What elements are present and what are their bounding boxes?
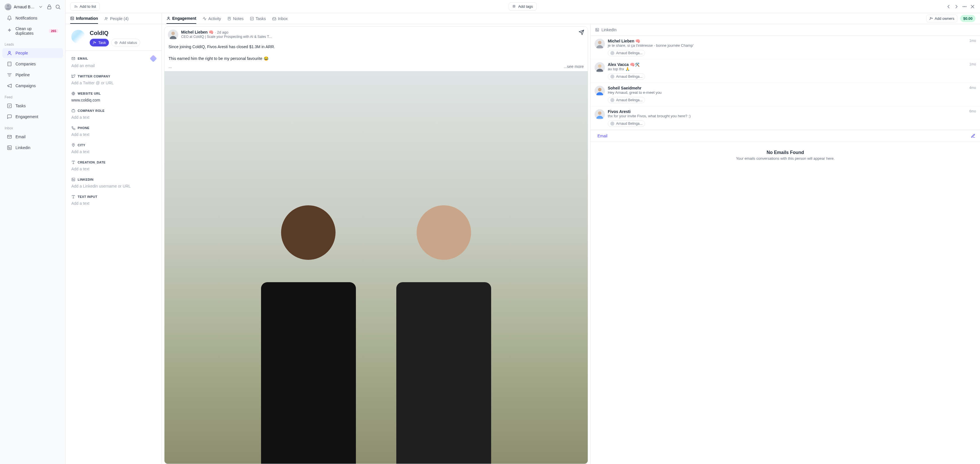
add-status-button[interactable]: Add status	[111, 39, 140, 46]
contact-name: Soheil Saeidmehr	[608, 86, 967, 90]
people-label: People	[16, 51, 28, 55]
phone-input[interactable]: Add a text	[72, 132, 156, 137]
bell-icon	[7, 16, 12, 21]
linkedin-post: Michel Lieben 🧠 · 2d ago CEO at ColdIQ |…	[164, 26, 588, 464]
svg-point-63	[596, 29, 597, 29]
field-email: EMAIL Add an email	[72, 56, 156, 68]
linkedin-section-header[interactable]: LinkedIn	[590, 24, 980, 36]
twitter-input[interactable]: Add a Twitter @ or URL	[72, 81, 156, 85]
info-card-icon	[70, 16, 74, 20]
linkedin-input[interactable]: Add a Linkedin username or URL	[72, 184, 156, 188]
email-label: Email	[16, 134, 25, 139]
add-tags-button[interactable]: Add tags	[509, 2, 536, 11]
field-role-label: COMPANY ROLE	[78, 109, 105, 112]
enrich-icon[interactable]	[150, 55, 157, 62]
role-input[interactable]: Add a text	[72, 115, 156, 120]
recipient-tag: Arnaud Belinga...	[608, 50, 645, 56]
people-icon	[104, 17, 108, 21]
svg-point-67	[598, 88, 601, 91]
search-icon[interactable]	[55, 4, 61, 10]
field-role: COMPANY ROLE Add a text	[72, 109, 156, 120]
svg-point-65	[598, 41, 601, 45]
email-input[interactable]: Add an email	[72, 64, 156, 68]
chevron-down-icon[interactable]	[38, 4, 43, 10]
website-value[interactable]: www.coldiq.com	[72, 98, 156, 102]
linkedin-item[interactable]: Michel Lieben 🧠 je te share, si ça t'int…	[590, 36, 980, 59]
compose-icon[interactable]	[971, 134, 975, 138]
sidebar-item-linkedin[interactable]: Linkedin	[2, 143, 63, 153]
tab-tasks[interactable]: Tasks	[250, 13, 266, 24]
sidebar-item-engagement[interactable]: Engagement	[2, 112, 63, 121]
sidebar-item-cleanup[interactable]: Clean up duplicates 265	[2, 24, 63, 38]
tab-people[interactable]: People (4)	[104, 13, 129, 24]
see-more-button[interactable]: ...see more	[564, 64, 584, 69]
field-phone: PHONE Add a text	[72, 126, 156, 137]
field-city: CITY Add a text	[72, 143, 156, 154]
sidebar-item-pipeline[interactable]: Pipeline	[2, 70, 63, 80]
empty-subtitle: Your emails conversations with this pers…	[596, 156, 974, 161]
tab-tasks-label: Tasks	[256, 16, 266, 21]
center-tabs: Engagement Activity Notes Tasks Inbox Ad…	[162, 13, 980, 24]
person-icon	[167, 16, 170, 20]
task-button[interactable]: Task	[90, 39, 109, 46]
message-time: 4mo	[969, 86, 976, 103]
svg-point-31	[105, 17, 107, 18]
field-textinput-label: TEXT INPUT	[78, 195, 97, 198]
contact-name: Fivos Aresti	[608, 109, 967, 114]
linkedin-item[interactable]: Alex Vacca 🧠🛠️ au top thx 🙏 Arnaud Belin…	[590, 59, 980, 83]
svg-point-25	[966, 6, 966, 7]
post-image[interactable]	[164, 71, 588, 464]
tab-information[interactable]: Information	[70, 13, 98, 24]
globe-icon	[72, 91, 75, 96]
list-plus-icon	[74, 5, 78, 9]
sidebar-item-people[interactable]: People	[2, 48, 63, 58]
message-time: 1mo	[969, 39, 976, 56]
field-textinput: TEXT INPUT Add a text	[72, 195, 156, 206]
svg-line-3	[59, 8, 60, 9]
lock-icon[interactable]	[46, 4, 52, 10]
linkedin-label: Linkedin	[16, 145, 30, 150]
svg-point-68	[598, 112, 601, 115]
creation-input[interactable]: Add a text	[72, 167, 156, 171]
linkedin-item[interactable]: Soheil Saeidmehr Hey Arnaud, great to e-…	[590, 83, 980, 107]
twitter-icon	[72, 74, 75, 78]
nav-back-icon[interactable]	[946, 4, 951, 10]
tab-notes[interactable]: Notes	[227, 13, 243, 24]
post-line-2: This earned him the right to be my perso…	[169, 56, 269, 61]
sidebar-item-tasks[interactable]: Tasks	[2, 101, 63, 111]
post-body: Since joining ColdIQ, Fivos Aresti has c…	[164, 43, 588, 64]
field-email-label: EMAIL	[78, 57, 88, 60]
message-preview: je te share, si ça t'intéresse - bonne j…	[608, 43, 967, 48]
campaigns-label: Campaigns	[16, 83, 36, 88]
chat-icon	[7, 114, 12, 119]
sidebar-item-companies[interactable]: Companies	[2, 59, 63, 69]
nav-forward-icon[interactable]	[954, 4, 959, 10]
sidebar-item-notifications[interactable]: Notifications	[2, 13, 63, 23]
tab-activity[interactable]: Activity	[203, 13, 221, 24]
tab-people-label: People (4)	[110, 16, 129, 21]
add-owners-button[interactable]: Add owners	[926, 14, 958, 22]
sidebar-item-email[interactable]: Email	[2, 132, 63, 142]
add-to-list-button[interactable]: Add to list	[70, 2, 100, 11]
textinput-input[interactable]: Add a text	[72, 201, 156, 206]
cleanup-label: Clean up duplicates	[16, 26, 45, 35]
close-icon[interactable]	[970, 4, 975, 10]
city-input[interactable]: Add a text	[72, 150, 156, 154]
svg-point-13	[8, 147, 9, 147]
post-author-name[interactable]: Michel Lieben 🧠	[181, 30, 213, 34]
deal-value[interactable]: $0.00	[960, 15, 975, 22]
svg-point-33	[94, 41, 95, 43]
right-column: LinkedIn Michel Lieben 🧠 je te share, si…	[590, 24, 980, 464]
sidebar-user-switcher[interactable]: Arnaud Belin...	[0, 1, 65, 13]
send-icon[interactable]	[579, 30, 584, 35]
field-creation: CREATION_DATE Add a text	[72, 160, 156, 171]
information-column: Information People (4) ColdIQ Task	[65, 13, 162, 464]
tab-inbox[interactable]: Inbox	[272, 13, 288, 24]
contact-name: Alex Vacca 🧠🛠️	[608, 62, 967, 67]
more-icon[interactable]	[962, 4, 967, 10]
field-creation-label: CREATION_DATE	[78, 161, 106, 164]
email-section-header[interactable]: Email	[590, 130, 980, 142]
linkedin-item[interactable]: Fivos Aresti thx for your invite Fivos, …	[590, 107, 980, 130]
sidebar-item-campaigns[interactable]: Campaigns	[2, 81, 63, 91]
tab-engagement[interactable]: Engagement	[167, 13, 196, 24]
